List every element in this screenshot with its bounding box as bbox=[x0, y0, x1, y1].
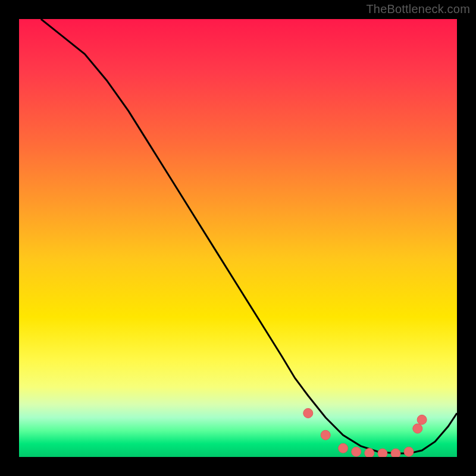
watermark-text: TheBottleneck.com bbox=[366, 2, 470, 16]
chart-svg-layer bbox=[19, 19, 457, 457]
data-marker bbox=[417, 415, 427, 424]
chart-frame: TheBottleneck.com bbox=[0, 0, 476, 476]
data-marker bbox=[352, 447, 361, 456]
data-marker bbox=[339, 443, 348, 453]
data-marker bbox=[391, 449, 400, 457]
bottleneck-curve bbox=[41, 19, 457, 453]
data-marker bbox=[303, 408, 313, 418]
data-markers-group bbox=[303, 408, 427, 457]
data-marker bbox=[321, 430, 330, 440]
data-marker bbox=[378, 449, 387, 457]
data-marker bbox=[404, 447, 414, 456]
data-marker bbox=[365, 448, 374, 457]
data-marker bbox=[413, 424, 422, 433]
plot-area bbox=[19, 19, 457, 457]
